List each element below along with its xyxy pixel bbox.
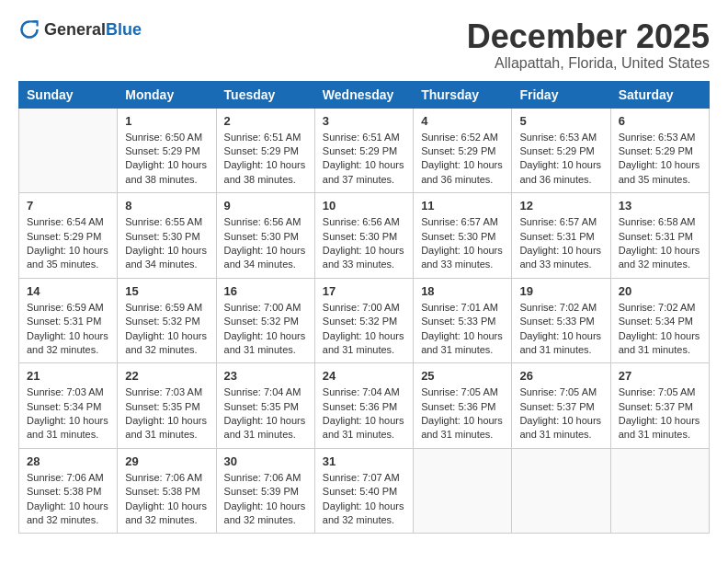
day-number: 9	[224, 199, 307, 213]
day-number: 30	[224, 454, 307, 468]
day-cell	[19, 108, 118, 193]
week-row-2: 7Sunrise: 6:54 AMSunset: 5:29 PMDaylight…	[19, 193, 710, 279]
day-info: Sunrise: 7:00 AMSunset: 5:32 PMDaylight:…	[224, 301, 307, 358]
day-info: Sunrise: 6:51 AMSunset: 5:29 PMDaylight:…	[224, 131, 307, 188]
day-cell	[610, 448, 709, 534]
month-title: December 2025	[467, 18, 710, 55]
day-info: Sunrise: 6:53 AMSunset: 5:29 PMDaylight:…	[519, 131, 602, 188]
day-cell: 3Sunrise: 6:51 AMSunset: 5:29 PMDaylight…	[314, 108, 413, 193]
day-number: 29	[125, 454, 208, 468]
day-cell: 7Sunrise: 6:54 AMSunset: 5:29 PMDaylight…	[19, 193, 118, 279]
day-info: Sunrise: 7:01 AMSunset: 5:33 PMDaylight:…	[421, 301, 504, 358]
header-monday: Monday	[118, 81, 216, 108]
day-cell: 31Sunrise: 7:07 AMSunset: 5:40 PMDayligh…	[314, 448, 413, 534]
day-number: 11	[421, 199, 504, 213]
header-sunday: Sunday	[19, 81, 118, 108]
calendar-table: SundayMondayTuesdayWednesdayThursdayFrid…	[18, 81, 710, 534]
day-number: 28	[27, 454, 109, 468]
day-info: Sunrise: 7:04 AMSunset: 5:36 PMDaylight:…	[323, 385, 405, 442]
day-cell: 12Sunrise: 6:57 AMSunset: 5:31 PMDayligh…	[512, 193, 610, 279]
day-cell: 27Sunrise: 7:05 AMSunset: 5:37 PMDayligh…	[610, 363, 709, 449]
day-cell: 6Sunrise: 6:53 AMSunset: 5:29 PMDaylight…	[610, 108, 709, 193]
day-number: 19	[519, 284, 602, 298]
logo: GeneralBlue	[18, 18, 142, 40]
day-info: Sunrise: 6:56 AMSunset: 5:30 PMDaylight:…	[224, 215, 307, 272]
day-number: 20	[619, 284, 701, 298]
day-number: 3	[323, 114, 405, 128]
day-info: Sunrise: 7:02 AMSunset: 5:33 PMDaylight:…	[519, 301, 602, 358]
day-cell: 17Sunrise: 7:00 AMSunset: 5:32 PMDayligh…	[314, 278, 413, 363]
day-cell: 30Sunrise: 7:06 AMSunset: 5:39 PMDayligh…	[216, 448, 314, 534]
day-cell: 21Sunrise: 7:03 AMSunset: 5:34 PMDayligh…	[19, 363, 118, 449]
location-title: Allapattah, Florida, United States	[467, 55, 710, 72]
day-number: 5	[519, 114, 602, 128]
header-tuesday: Tuesday	[216, 81, 314, 108]
day-number: 26	[519, 369, 602, 383]
day-cell: 28Sunrise: 7:06 AMSunset: 5:38 PMDayligh…	[19, 448, 118, 534]
day-number: 8	[125, 199, 208, 213]
title-area: December 2025 Allapattah, Florida, Unite…	[467, 18, 710, 72]
day-cell: 26Sunrise: 7:05 AMSunset: 5:37 PMDayligh…	[512, 363, 610, 449]
logo-icon	[18, 18, 40, 40]
logo-general: General	[44, 20, 106, 39]
day-cell: 5Sunrise: 6:53 AMSunset: 5:29 PMDaylight…	[512, 108, 610, 193]
day-cell: 16Sunrise: 7:00 AMSunset: 5:32 PMDayligh…	[216, 278, 314, 363]
day-info: Sunrise: 6:56 AMSunset: 5:30 PMDaylight:…	[323, 215, 405, 272]
day-cell: 24Sunrise: 7:04 AMSunset: 5:36 PMDayligh…	[314, 363, 413, 449]
day-cell: 8Sunrise: 6:55 AMSunset: 5:30 PMDaylight…	[118, 193, 216, 279]
day-info: Sunrise: 7:05 AMSunset: 5:37 PMDaylight:…	[619, 385, 701, 442]
day-info: Sunrise: 7:06 AMSunset: 5:38 PMDaylight:…	[125, 471, 208, 528]
day-info: Sunrise: 7:05 AMSunset: 5:37 PMDaylight:…	[519, 385, 602, 442]
day-info: Sunrise: 7:02 AMSunset: 5:34 PMDaylight:…	[619, 301, 701, 358]
day-info: Sunrise: 6:57 AMSunset: 5:30 PMDaylight:…	[421, 215, 504, 272]
header-wednesday: Wednesday	[314, 81, 413, 108]
day-info: Sunrise: 6:59 AMSunset: 5:31 PMDaylight:…	[27, 301, 109, 358]
day-cell: 23Sunrise: 7:04 AMSunset: 5:35 PMDayligh…	[216, 363, 314, 449]
day-number: 4	[421, 114, 504, 128]
day-number: 16	[224, 284, 307, 298]
header-friday: Friday	[512, 81, 610, 108]
day-info: Sunrise: 7:03 AMSunset: 5:34 PMDaylight:…	[27, 385, 109, 442]
day-info: Sunrise: 6:50 AMSunset: 5:29 PMDaylight:…	[125, 131, 208, 188]
day-number: 14	[27, 284, 109, 298]
day-cell: 18Sunrise: 7:01 AMSunset: 5:33 PMDayligh…	[414, 278, 512, 363]
day-info: Sunrise: 6:59 AMSunset: 5:32 PMDaylight:…	[125, 301, 208, 358]
day-info: Sunrise: 6:58 AMSunset: 5:31 PMDaylight:…	[619, 215, 701, 272]
week-row-3: 14Sunrise: 6:59 AMSunset: 5:31 PMDayligh…	[19, 278, 710, 363]
day-cell: 15Sunrise: 6:59 AMSunset: 5:32 PMDayligh…	[118, 278, 216, 363]
day-number: 18	[421, 284, 504, 298]
header-thursday: Thursday	[414, 81, 512, 108]
day-info: Sunrise: 7:00 AMSunset: 5:32 PMDaylight:…	[323, 301, 405, 358]
day-info: Sunrise: 6:52 AMSunset: 5:29 PMDaylight:…	[421, 131, 504, 188]
day-cell: 10Sunrise: 6:56 AMSunset: 5:30 PMDayligh…	[314, 193, 413, 279]
day-cell: 13Sunrise: 6:58 AMSunset: 5:31 PMDayligh…	[610, 193, 709, 279]
day-number: 2	[224, 114, 307, 128]
week-row-5: 28Sunrise: 7:06 AMSunset: 5:38 PMDayligh…	[19, 448, 710, 534]
day-info: Sunrise: 7:05 AMSunset: 5:36 PMDaylight:…	[421, 385, 504, 442]
day-cell: 9Sunrise: 6:56 AMSunset: 5:30 PMDaylight…	[216, 193, 314, 279]
day-info: Sunrise: 6:54 AMSunset: 5:29 PMDaylight:…	[27, 215, 109, 272]
day-cell: 14Sunrise: 6:59 AMSunset: 5:31 PMDayligh…	[19, 278, 118, 363]
day-cell: 29Sunrise: 7:06 AMSunset: 5:38 PMDayligh…	[118, 448, 216, 534]
day-cell: 1Sunrise: 6:50 AMSunset: 5:29 PMDaylight…	[118, 108, 216, 193]
day-info: Sunrise: 7:07 AMSunset: 5:40 PMDaylight:…	[323, 471, 405, 528]
day-info: Sunrise: 6:53 AMSunset: 5:29 PMDaylight:…	[619, 131, 701, 188]
day-cell: 19Sunrise: 7:02 AMSunset: 5:33 PMDayligh…	[512, 278, 610, 363]
day-number: 1	[125, 114, 208, 128]
day-info: Sunrise: 6:51 AMSunset: 5:29 PMDaylight:…	[323, 131, 405, 188]
day-cell: 22Sunrise: 7:03 AMSunset: 5:35 PMDayligh…	[118, 363, 216, 449]
logo-blue: Blue	[106, 20, 142, 39]
day-number: 13	[619, 199, 701, 213]
day-cell: 2Sunrise: 6:51 AMSunset: 5:29 PMDaylight…	[216, 108, 314, 193]
day-number: 6	[619, 114, 701, 128]
day-number: 22	[125, 369, 208, 383]
day-number: 23	[224, 369, 307, 383]
day-number: 21	[27, 369, 109, 383]
header-row: SundayMondayTuesdayWednesdayThursdayFrid…	[19, 81, 710, 108]
header-saturday: Saturday	[610, 81, 709, 108]
day-number: 31	[323, 454, 405, 468]
day-number: 12	[519, 199, 602, 213]
day-info: Sunrise: 7:06 AMSunset: 5:39 PMDaylight:…	[224, 471, 307, 528]
day-cell	[512, 448, 610, 534]
day-info: Sunrise: 7:04 AMSunset: 5:35 PMDaylight:…	[224, 385, 307, 442]
